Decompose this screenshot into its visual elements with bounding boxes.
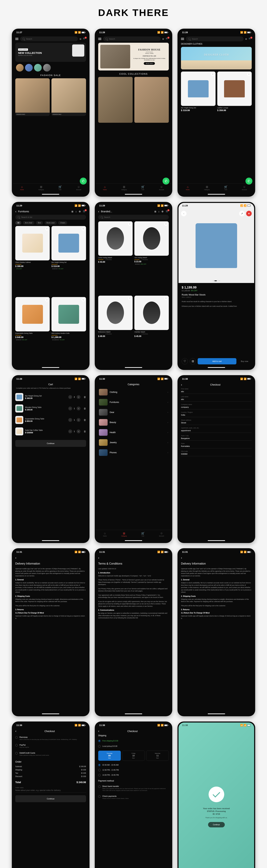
search-input[interactable]: Search bbox=[98, 215, 169, 220]
back-icon[interactable]: ‹ bbox=[181, 211, 187, 216]
heart-icon[interactable]: ♥ bbox=[246, 211, 252, 216]
chip[interactable]: Arm chair bbox=[23, 221, 34, 225]
whatsapp-fab[interactable]: ✆ bbox=[245, 178, 252, 185]
whatsapp-fab[interactable]: ✆ bbox=[80, 178, 87, 185]
category-item[interactable]: Clothing› bbox=[98, 387, 169, 397]
product-card[interactable]: ♡Expandable Dining Table★★★★★$ 849.99$ 8… bbox=[15, 297, 50, 366]
share-icon[interactable]: ↗ bbox=[239, 211, 245, 216]
cart-icon[interactable]: 🛒1 bbox=[166, 37, 169, 40]
qty-minus[interactable]: − bbox=[68, 395, 72, 399]
category-item[interactable]: Phones› bbox=[98, 447, 169, 458]
continue-button[interactable]: Continue bbox=[208, 822, 225, 827]
shipping-option[interactable]: Local pickup $ 0.00 bbox=[98, 744, 169, 749]
category-item[interactable]: Jewelry› bbox=[98, 437, 169, 447]
compare-button[interactable]: ⊟ bbox=[190, 358, 196, 364]
grid-view-icon[interactable]: ⊞ bbox=[154, 210, 156, 213]
qty-minus[interactable]: − bbox=[68, 418, 72, 422]
form-field[interactable]: Apartment, suite, unit, etc.appartment bbox=[181, 427, 252, 433]
collection-card[interactable] bbox=[134, 77, 169, 123]
designer-banner[interactable]: DESIGNER CLOTH bbox=[181, 47, 252, 69]
heart-icon[interactable]: ♡ bbox=[247, 72, 251, 76]
grid-view-icon[interactable]: ⊞ bbox=[72, 210, 73, 213]
product-card[interactable]: ♡ Bar Height Dining Set $ 319.99 bbox=[181, 71, 215, 112]
fashion-banner[interactable]: FASHION HOUSE ON ALL ITEMS STARTING AT R… bbox=[98, 43, 169, 70]
nav-cart[interactable]: 🛒Cart bbox=[59, 185, 62, 190]
qty-plus[interactable]: + bbox=[77, 430, 80, 433]
filter-icon[interactable]: ⚙ bbox=[161, 210, 164, 213]
hero-banner[interactable]: EXCLUSIVE NEW COLLECTION SUPER COLLECTIO… bbox=[15, 43, 86, 62]
back-icon[interactable]: ‹ bbox=[98, 556, 99, 560]
avatar[interactable] bbox=[25, 64, 33, 71]
nav-home[interactable]: ⌂Home bbox=[103, 185, 107, 190]
delete-icon[interactable]: 🗑 bbox=[84, 418, 86, 421]
nav-cart[interactable]: 🛒Cart bbox=[141, 185, 144, 190]
form-field[interactable]: Town / CityBangalore bbox=[181, 435, 252, 441]
heart-icon[interactable]: ♡ bbox=[128, 222, 132, 226]
heart-icon[interactable]: ♡ bbox=[128, 297, 132, 300]
back-icon[interactable]: ‹ bbox=[181, 383, 182, 386]
nav-home[interactable]: ⌂Home bbox=[20, 185, 24, 190]
product-card[interactable]: ♡Clamber Watch☆☆☆☆☆ 0 Reviews$ 45.00 bbox=[134, 296, 169, 367]
form-field[interactable]: Street addressStreet bbox=[181, 419, 252, 425]
qty-minus[interactable]: − bbox=[68, 430, 72, 433]
continue-button[interactable]: Continue bbox=[15, 795, 86, 802]
chip[interactable]: Chairs bbox=[58, 221, 67, 225]
collection-card[interactable] bbox=[98, 77, 133, 123]
date-option[interactable]: Saturday11Nov bbox=[146, 751, 169, 761]
cart-icon[interactable]: 🛒1 bbox=[83, 210, 86, 213]
scan-icon[interactable]: ⊡ bbox=[80, 38, 81, 40]
delete-icon[interactable]: 🗑 bbox=[84, 430, 86, 433]
heart-icon[interactable]: ♡ bbox=[211, 72, 214, 76]
search-input[interactable]: Search bbox=[103, 36, 161, 41]
product-card[interactable]: FASHION SALE bbox=[15, 78, 50, 116]
category-item[interactable]: Furnitures› bbox=[98, 397, 169, 407]
heart-icon[interactable]: ♡ bbox=[45, 298, 49, 302]
category-item[interactable]: Gear› bbox=[98, 407, 169, 417]
whatsapp-fab[interactable]: ✆ bbox=[163, 178, 169, 185]
form-field[interactable]: Company namecompany bbox=[181, 404, 252, 409]
product-card[interactable]: ♡Aim Analog Watch★★★★☆ 3 Reviews$ 23.00$… bbox=[134, 221, 169, 294]
cart-icon[interactable]: 🛒1 bbox=[83, 37, 86, 40]
shipping-option[interactable]: Free shipping $ 0.00 bbox=[98, 738, 169, 744]
heart-icon[interactable]: ♡ bbox=[45, 227, 49, 230]
heart-icon[interactable]: ♡ bbox=[164, 222, 168, 226]
nav-account[interactable]: ☺Account bbox=[159, 532, 164, 537]
chip[interactable]: Book case bbox=[45, 221, 57, 225]
payment-option[interactable]: RazorpayAllow customers to securely pay … bbox=[15, 734, 86, 742]
nav-cart[interactable]: 🛒Cart bbox=[224, 185, 228, 190]
form-field[interactable]: StateKarnataka bbox=[181, 443, 252, 448]
continue-button[interactable]: Continue bbox=[15, 440, 86, 447]
order-notes-input[interactable]: Notes about your order, e.g. special not… bbox=[15, 789, 86, 793]
heart-icon[interactable]: ♡ bbox=[82, 298, 85, 302]
nav-category[interactable]: ⊞Category bbox=[121, 532, 127, 537]
product-card[interactable]: FASHION SALE bbox=[51, 78, 86, 116]
nav-account[interactable]: ☺Account bbox=[76, 185, 81, 190]
sort-icon[interactable]: ↕ bbox=[75, 210, 77, 213]
payment-option[interactable]: Debit/Credit CardsMake payment using you… bbox=[15, 750, 86, 758]
search-input[interactable]: Search bbox=[20, 36, 78, 41]
payment-option[interactable]: PayPalPay via PayPal. bbox=[15, 742, 86, 750]
book-now-button[interactable]: BOOK NOW bbox=[144, 62, 155, 65]
form-field[interactable]: Last nameabc bbox=[181, 396, 252, 402]
search-input[interactable]: Search in list bbox=[15, 215, 86, 220]
add-to-cart-button[interactable]: Add to cart bbox=[198, 358, 236, 364]
search-input[interactable]: Search bbox=[186, 36, 243, 41]
filter-icon[interactable]: ⚙ bbox=[79, 210, 81, 213]
time-option[interactable]: 02:30 AM - 10:45 AM bbox=[98, 763, 169, 768]
chip[interactable]: Bed bbox=[36, 221, 43, 225]
product-card[interactable]: ♡Mid-Century Modern Sofa★★★★★$ 1,399.99$… bbox=[51, 297, 86, 366]
form-field[interactable]: PIN Code530068 bbox=[181, 451, 252, 456]
nav-account[interactable]: ☺Account bbox=[159, 185, 164, 190]
sort-icon[interactable]: ↕ bbox=[158, 210, 160, 213]
nav-home[interactable]: ⌂Home bbox=[103, 532, 107, 537]
time-option[interactable]: 12:30 PM - 13:45 PM bbox=[98, 768, 169, 773]
cart-icon[interactable]: 🛒1 bbox=[166, 210, 169, 213]
back-icon[interactable]: ‹ bbox=[98, 210, 99, 213]
nav-category[interactable]: ⊞Category bbox=[121, 185, 127, 190]
menu-icon[interactable] bbox=[98, 38, 101, 40]
heart-button[interactable]: ♡ bbox=[182, 358, 188, 364]
qty-minus[interactable]: − bbox=[68, 407, 72, 410]
buy-now-button[interactable]: Buy now bbox=[238, 358, 251, 364]
time-option[interactable]: 14:30 PM - 18:45 PM bbox=[98, 773, 169, 778]
heart-icon[interactable]: ♡ bbox=[164, 297, 168, 300]
